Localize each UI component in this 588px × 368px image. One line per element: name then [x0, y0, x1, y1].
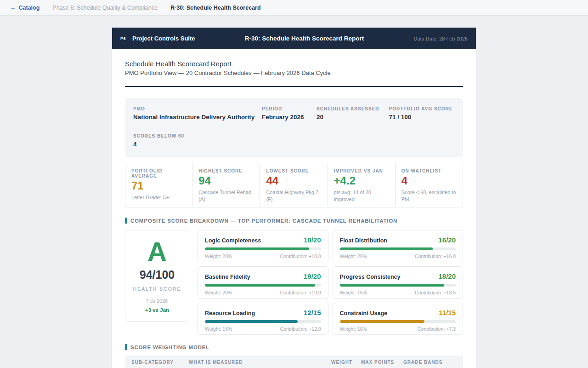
- kpi-label: HIGHEST SCORE: [198, 168, 254, 173]
- composite-breakdown: A 94/100 HEALTH SCORE Feb 2026 +3 vs Jan…: [125, 230, 463, 335]
- kpi-note: pts avg; 14 of 20 improved: [334, 189, 389, 203]
- metric-weight: Weight: 20%: [205, 290, 232, 295]
- report-title: R-30: Schedule Health Scorecard Report: [195, 35, 414, 42]
- metric-name: Baseline Fidelity: [205, 274, 250, 280]
- metric-name: Resource Loading: [205, 310, 255, 316]
- summary-panel: PMO National Infrastructure Delivery Aut…: [125, 98, 463, 157]
- kpi-label: LOWEST SCORE: [266, 168, 321, 173]
- kpi-value: 4: [401, 174, 457, 187]
- metric-contribution: Contribution: +13.5: [415, 290, 456, 295]
- metric-score: 18/20: [304, 236, 321, 244]
- metric-contribution: Contribution: +12.0: [280, 326, 321, 332]
- summary-field-scores-below-60: SCORES BELOW 60 4: [133, 133, 262, 149]
- breadcrumb-current: R-30: Schedule Health Scorecard: [170, 5, 261, 11]
- kpi-label: ON WATCHLIST: [401, 168, 457, 173]
- metric-progress-fill: [340, 247, 433, 250]
- p6-logo: P6: [120, 36, 126, 41]
- title-divider: [125, 86, 463, 87]
- metric-progress-track: [205, 320, 321, 323]
- metric-constraint-usage: Constraint Usage 11/15 Weight: 10% Contr…: [333, 303, 464, 335]
- report-header-band: P6 Project Controls Suite R-30: Schedule…: [112, 28, 476, 49]
- kpi-note: Cascade Tunnel Rehab (A): [198, 189, 254, 203]
- summary-field-label: SCORES BELOW 60: [133, 133, 262, 138]
- summary-field-label: SCHEDULES ASSESSED: [317, 106, 389, 111]
- kpi-note: Coastal Highway Pkg 7 (F): [266, 189, 321, 203]
- metric-float-distribution: Float Distribution 16/20 Weight: 20% Con…: [333, 230, 464, 262]
- breadcrumb-bar: ← Catalog Phase 6: Schedule Quality & Co…: [0, 0, 588, 16]
- metric-weight: Weight: 15%: [205, 326, 232, 332]
- metric-score: 11/15: [439, 309, 456, 316]
- weighting-table-header: SUB-CATEGORY WHAT IS MEASURED WEIGHT MAX…: [125, 356, 463, 368]
- column-header-sub-category: SUB-CATEGORY: [131, 360, 189, 365]
- metric-progress-fill: [340, 284, 444, 287]
- metric-progress-track: [205, 284, 321, 287]
- back-arrow-icon: ←: [10, 5, 16, 11]
- grade-letter: A: [125, 238, 189, 265]
- metric-contribution: Contribution: +18.0: [280, 253, 321, 259]
- kpi-highest-score: HIGHEST SCORE 94 Cascade Tunnel Rehab (A…: [192, 163, 260, 207]
- data-date: Data Date: 28 Feb 2026: [414, 36, 468, 41]
- catalog-back-label: Catalog: [19, 5, 40, 11]
- kpi-improved-vs-jan: IMPROVED VS JAN +4.2 pts avg; 14 of 20 i…: [328, 163, 396, 207]
- page-title: Schedule Health Scorecard Report: [125, 59, 463, 69]
- summary-field-value: National Infrastructure Delivery Authori…: [133, 114, 262, 121]
- report-page: P6 Project Controls Suite R-30: Schedule…: [112, 28, 476, 368]
- metric-score: 12/15: [304, 309, 321, 316]
- summary-field-schedules-assessed: SCHEDULES ASSESSED 20: [317, 106, 389, 121]
- metric-grid: Logic Completeness 18/20 Weight: 20% Con…: [198, 230, 463, 335]
- metric-progress-fill: [340, 320, 424, 323]
- summary-field-value: 71 / 100: [389, 114, 455, 121]
- column-header-grade-bands: GRADE BANDS: [403, 360, 457, 365]
- metric-name: Logic Completeness: [205, 237, 261, 244]
- kpi-value: 71: [131, 179, 186, 192]
- kpi-note: Score < 60, escalated to PM: [401, 189, 457, 203]
- metric-progress-fill: [205, 320, 298, 323]
- metric-name: Float Distribution: [340, 237, 387, 244]
- summary-field-label: PMO: [133, 106, 262, 111]
- metric-progress-track: [340, 247, 456, 250]
- metric-progress-consistency: Progress Consistency 18/20 Weight: 15% C…: [333, 266, 464, 299]
- metric-weight: Weight: 15%: [340, 290, 367, 295]
- summary-field-label: PORTFOLIO AVG SCORE: [389, 106, 455, 111]
- summary-field-period: PERIOD February 2026: [262, 106, 317, 121]
- metric-contribution: Contribution: +16.0: [415, 253, 456, 259]
- kpi-value: 94: [198, 174, 254, 187]
- kpi-value: +4.2: [334, 174, 389, 187]
- section-composite-breakdown: COMPOSITE SCORE BREAKDOWN — TOP PERFORME…: [125, 218, 463, 224]
- column-header-what-is-measured: WHAT IS MEASURED: [189, 360, 331, 365]
- title-block: Schedule Health Scorecard Report PMO Por…: [125, 49, 463, 87]
- summary-field-pmo: PMO National Infrastructure Delivery Aut…: [133, 106, 262, 121]
- kpi-note: Letter Grade: C+: [131, 194, 186, 201]
- metric-name: Progress Consistency: [340, 274, 401, 280]
- section-title: COMPOSITE SCORE BREAKDOWN — TOP PERFORME…: [130, 218, 397, 224]
- metric-progress-fill: [205, 284, 315, 287]
- catalog-back-link[interactable]: ← Catalog: [10, 5, 40, 11]
- metric-score: 18/20: [438, 272, 456, 280]
- metric-score: 19/20: [304, 272, 321, 280]
- kpi-row: PORTFOLIO AVERAGE 71 Letter Grade: C+ HI…: [125, 163, 463, 207]
- section-accent-bar: [125, 218, 127, 224]
- summary-field-value: 20: [317, 114, 389, 121]
- summary-field-portfolio-avg: PORTFOLIO AVG SCORE 71 / 100: [389, 106, 455, 121]
- section-score-weighting: SCORE WEIGHTING MODEL: [125, 344, 463, 350]
- metric-contribution: Contribution: +7.3: [418, 326, 456, 332]
- score-delta: +3 vs Jan: [125, 307, 189, 313]
- page-subtitle: PMO Portfolio View — 20 Contractor Sched…: [125, 69, 463, 78]
- kpi-on-watchlist: ON WATCHLIST 4 Score < 60, escalated to …: [396, 163, 463, 207]
- column-header-max-points: MAX POINTS: [361, 360, 403, 365]
- metric-logic-completeness: Logic Completeness 18/20 Weight: 20% Con…: [198, 230, 328, 262]
- kpi-label: PORTFOLIO AVERAGE: [131, 168, 186, 178]
- score-period: Feb 2026: [125, 298, 189, 304]
- kpi-lowest-score: LOWEST SCORE 44 Coastal Highway Pkg 7 (F…: [260, 163, 328, 207]
- kpi-portfolio-average: PORTFOLIO AVERAGE 71 Letter Grade: C+: [125, 163, 192, 207]
- metric-weight: Weight: 10%: [340, 326, 367, 332]
- summary-field-value: 4: [133, 141, 262, 148]
- health-score: 94/100: [125, 268, 189, 282]
- metric-progress-track: [340, 284, 456, 287]
- summary-field-label: PERIOD: [262, 106, 317, 111]
- breadcrumb-phase[interactable]: Phase 6: Schedule Quality & Compliance: [52, 5, 158, 11]
- metric-progress-track: [205, 247, 321, 250]
- metric-weight: Weight: 20%: [205, 253, 232, 259]
- section-accent-bar: [125, 344, 127, 350]
- metric-baseline-fidelity: Baseline Fidelity 19/20 Weight: 20% Cont…: [198, 266, 328, 299]
